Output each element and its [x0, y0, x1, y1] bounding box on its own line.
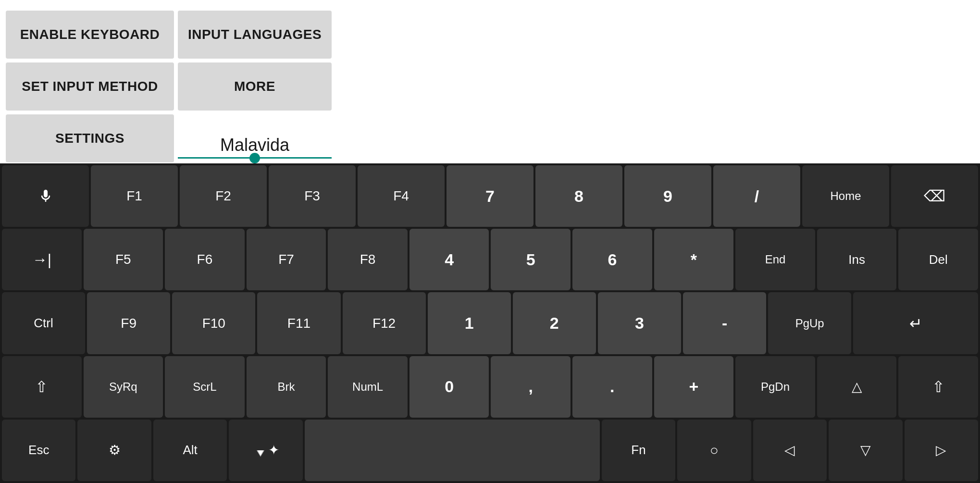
ctrl-key[interactable]: Ctrl — [2, 292, 85, 354]
input-languages-button[interactable]: INPUT LANGUAGES — [178, 11, 332, 59]
f7-key[interactable]: F7 — [247, 229, 326, 290]
malavida-dot — [249, 153, 260, 163]
f9-key[interactable]: F9 — [87, 292, 170, 354]
arrow-right-key[interactable]: ▷ — [905, 420, 978, 481]
menu-grid: ENABLE KEYBOARD INPUT LANGUAGES SET INPU… — [0, 6, 980, 167]
numl-key[interactable]: NumL — [328, 356, 408, 418]
f5-key[interactable]: F5 — [84, 229, 163, 290]
diamond-key[interactable]: ✦ — [229, 420, 302, 481]
enter-key[interactable]: ↵ — [853, 292, 978, 354]
num6-key[interactable]: 6 — [572, 229, 652, 290]
keyboard-row-5: Esc ⚙ Alt ✦ Fn ○ ◁ ▽ ▷ — [2, 420, 978, 481]
num3-key[interactable]: 3 — [598, 292, 681, 354]
circle-key[interactable]: ○ — [677, 420, 751, 481]
shift-left-key[interactable]: ⇧ — [2, 356, 82, 418]
backspace-key[interactable]: ⌫ — [891, 165, 978, 227]
f12-key[interactable]: F12 — [343, 292, 426, 354]
f8-key[interactable]: F8 — [328, 229, 408, 290]
keyboard-row-2: →| F5 F6 F7 F8 4 5 6 * End Ins Del — [2, 229, 978, 290]
settings-button[interactable]: SETTINGS — [6, 114, 174, 162]
f3-key[interactable]: F3 — [269, 165, 356, 227]
num9-key[interactable]: 9 — [624, 165, 711, 227]
brk-key[interactable]: Brk — [247, 356, 326, 418]
num8-key[interactable]: 8 — [535, 165, 622, 227]
space-key[interactable] — [305, 420, 600, 481]
top-menu-area: ENABLE KEYBOARD INPUT LANGUAGES SET INPU… — [0, 0, 980, 163]
home-key[interactable]: Home — [802, 165, 889, 227]
malavida-label: Malavida — [220, 135, 289, 155]
arrow-down-key[interactable]: ▽ — [829, 420, 902, 481]
del-key[interactable]: Del — [898, 229, 978, 290]
pgup-key[interactable]: PgUp — [768, 292, 851, 354]
end-key[interactable]: End — [735, 229, 815, 290]
enable-keyboard-button[interactable]: ENABLE KEYBOARD — [6, 11, 174, 59]
more-button[interactable]: MORE — [178, 62, 332, 111]
f1-key[interactable]: F1 — [91, 165, 178, 227]
keyboard: F1 F2 F3 F4 7 8 9 / Home ⌫ →| F5 F6 F7 F… — [0, 163, 980, 483]
malavida-underline — [178, 157, 332, 159]
keyboard-row-3: Ctrl F9 F10 F11 F12 1 2 3 - PgUp ↵ — [2, 292, 978, 354]
num0-key[interactable]: 0 — [409, 356, 489, 418]
minus-key[interactable]: - — [683, 292, 766, 354]
settings-key[interactable]: ⚙ — [77, 420, 151, 481]
fn-key[interactable]: Fn — [602, 420, 675, 481]
f10-key[interactable]: F10 — [172, 292, 255, 354]
f4-key[interactable]: F4 — [358, 165, 445, 227]
triangle-up-key[interactable]: △ — [817, 356, 897, 418]
keyboard-row-1: F1 F2 F3 F4 7 8 9 / Home ⌫ — [2, 165, 978, 227]
num7-key[interactable]: 7 — [447, 165, 533, 227]
pgdn-key[interactable]: PgDn — [735, 356, 815, 418]
num2-key[interactable]: 2 — [513, 292, 596, 354]
f11-key[interactable]: F11 — [257, 292, 340, 354]
asterisk-key[interactable]: * — [654, 229, 734, 290]
comma-key[interactable]: , — [491, 356, 571, 418]
plus-key[interactable]: + — [654, 356, 734, 418]
scrl-key[interactable]: ScrL — [165, 356, 245, 418]
num5-key[interactable]: 5 — [491, 229, 571, 290]
set-input-method-button[interactable]: SET INPUT METHOD — [6, 62, 174, 111]
num4-key[interactable]: 4 — [409, 229, 489, 290]
slash-key[interactable]: / — [713, 165, 800, 227]
sysrq-key[interactable]: SyRq — [84, 356, 163, 418]
num1-key[interactable]: 1 — [428, 292, 511, 354]
period-key[interactable]: . — [572, 356, 652, 418]
malavida-tab[interactable]: Malavida — [178, 114, 332, 162]
mic-key[interactable] — [2, 165, 89, 227]
shift-right-key[interactable]: ⇧ — [898, 356, 978, 418]
f6-key[interactable]: F6 — [165, 229, 245, 290]
keyboard-row-4: ⇧ SyRq ScrL Brk NumL 0 , . + PgDn △ ⇧ — [2, 356, 978, 418]
ins-key[interactable]: Ins — [817, 229, 897, 290]
alt-key[interactable]: Alt — [153, 420, 227, 481]
arrow-left-key[interactable]: ◁ — [753, 420, 827, 481]
f2-key[interactable]: F2 — [180, 165, 267, 227]
esc-key[interactable]: Esc — [2, 420, 75, 481]
tab-key[interactable]: →| — [2, 229, 82, 290]
